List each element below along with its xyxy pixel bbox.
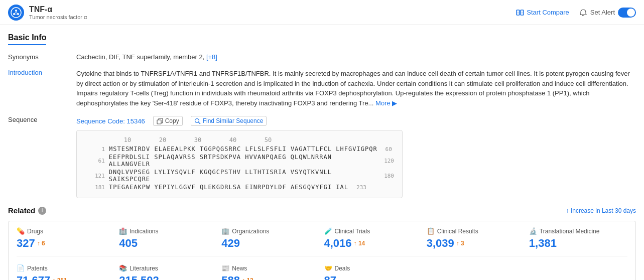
start-compare-button[interactable]: Start Compare (516, 9, 569, 17)
stat-category: 📄 Patents (17, 264, 115, 272)
header: TNF-α Tumor necrosis factor α Start Comp… (0, 0, 644, 25)
related-title: Related (8, 206, 35, 215)
stat-delta: ↑ 351 (52, 277, 67, 280)
sequence-label: Sequence (8, 116, 68, 123)
sequence-line: 61 EEFPRDLSLI SPLAQAVRSS SRTPSDKPVA HVVA… (85, 154, 394, 168)
stat-number: 588 (221, 274, 240, 280)
compare-icon (516, 9, 524, 17)
copy-button[interactable]: Copy (153, 116, 183, 126)
synonyms-more-link[interactable]: [+8] (206, 53, 217, 61)
main-content: Basic Info Synonyms Cachectin, DIF, TNF … (0, 25, 644, 280)
bell-icon (579, 9, 587, 17)
stat-icon: 📄 (17, 264, 25, 272)
stat-icon: 🧪 (324, 227, 332, 235)
stats-grid: 💊 Drugs 327 ↑ 6 🏥 Indications 405 🏢 Orga… (17, 227, 627, 250)
intro-more-link[interactable]: More ▶ (375, 99, 397, 107)
stats-row2: 📄 Patents 71,677 ↑ 351 📚 Literatures 215… (17, 264, 627, 280)
stat-category-label: Deals (335, 265, 350, 272)
find-similar-button[interactable]: Find Similar Sequence (191, 116, 267, 126)
sequence-code[interactable]: Sequence Code: 15346 (76, 117, 145, 125)
set-alert-toggle[interactable] (618, 8, 636, 18)
stat-value: 327 ↑ 6 (17, 237, 115, 250)
stat-category: 🤝 Deals (324, 264, 423, 272)
stat-icon: 💊 (17, 227, 25, 235)
title-block: TNF-α Tumor necrosis factor α (29, 5, 87, 20)
stat-number: 327 (17, 237, 35, 250)
intro-label: Introduction (8, 69, 68, 76)
stat-number: 87 (324, 274, 336, 280)
stat-item[interactable]: 💊 Drugs 327 ↑ 6 (17, 227, 115, 250)
stat-value: 87 (324, 274, 423, 280)
synonyms-row: Synonyms Cachectin, DIF, TNF superfamily… (8, 53, 636, 61)
stat-value: 4,016 ↑ 14 (324, 237, 423, 250)
set-alert-label: Set Alert (590, 9, 615, 16)
stat-icon: 📰 (221, 264, 229, 272)
stats-section: 💊 Drugs 327 ↑ 6 🏥 Indications 405 🏢 Orga… (8, 221, 636, 280)
sequence-line: 121 DNQLVVPSEG LYLIYSQVLF KGQGCPSTHV LLT… (85, 169, 394, 183)
stat-item[interactable]: 🤝 Deals 87 (324, 264, 423, 280)
stat-item[interactable]: 📚 Literatures 215,502 (119, 264, 217, 280)
stat-category-label: Patents (27, 265, 48, 272)
svg-line-13 (198, 122, 200, 124)
svg-line-5 (16, 12, 18, 14)
sequence-line: 1 MSTESMIRDV ELAEEALPKK TGGPQGSRRC LFLSL… (85, 146, 394, 153)
svg-rect-11 (157, 120, 161, 124)
stat-item[interactable]: 🔬 Translational Medicine 1,381 (529, 227, 627, 250)
sequence-line: 181 TPEGAEAKPW YEPIYLGGVF QLEKGDRLSA EIN… (85, 184, 394, 191)
synonyms-label: Synonyms (8, 53, 68, 61)
svg-point-12 (195, 118, 199, 122)
stat-value: 71,677 ↑ 351 (17, 274, 115, 280)
stat-category-label: Drugs (27, 228, 43, 235)
stat-value: 405 (119, 237, 217, 250)
stat-item[interactable]: 🏢 Organizations 429 (221, 227, 320, 250)
stat-delta: ↑ 3 (456, 240, 464, 247)
sequence-header: Sequence Code: 15346 Copy Find Similar (76, 116, 636, 126)
stat-number: 405 (119, 237, 138, 250)
stat-icon: 📚 (119, 264, 127, 272)
molecule-icon (8, 5, 24, 21)
stat-icon: 🤝 (324, 264, 332, 272)
stat-item[interactable]: 📋 Clinical Results 3,039 ↑ 3 (427, 227, 525, 250)
stat-category-label: Organizations (232, 228, 269, 235)
stat-value: 1,381 (529, 237, 627, 250)
sequence-box: 10 20 30 40 50 1 MSTESMIRDV ELAEEALPKK T… (76, 130, 403, 198)
stat-value: 215,502 (119, 274, 217, 280)
stat-category: 📰 News (221, 264, 320, 272)
stat-category: 💊 Drugs (17, 227, 115, 235)
stat-icon: 🏢 (221, 227, 229, 235)
set-alert-container: Set Alert (579, 8, 636, 18)
related-header: Related i ↑ Increase in Last 30 days (8, 206, 636, 215)
introduction-row: Introduction Cytokine that binds to TNFR… (8, 69, 636, 108)
stat-delta: ↑ 12 (242, 277, 253, 280)
info-icon[interactable]: i (38, 207, 46, 215)
sequence-ruler: 10 20 30 40 50 (85, 136, 394, 144)
copy-icon (157, 118, 163, 124)
svg-line-4 (15, 12, 16, 14)
stat-delta: ↑ 6 (37, 240, 45, 247)
header-right: Start Compare Set Alert (516, 8, 636, 18)
find-similar-icon (194, 118, 201, 124)
stat-category: 🔬 Translational Medicine (529, 227, 627, 235)
stat-value: 429 (221, 237, 320, 250)
stat-category-label: Clinical Trials (335, 228, 370, 235)
stat-icon: 📋 (427, 227, 435, 235)
stat-category: 📋 Clinical Results (427, 227, 525, 235)
stat-item[interactable]: 🧪 Clinical Trials 4,016 ↑ 14 (324, 227, 423, 250)
stat-item[interactable]: 📄 Patents 71,677 ↑ 351 (17, 264, 115, 280)
stat-item[interactable]: 📰 News 588 ↑ 12 (221, 264, 320, 280)
stat-number: 1,381 (529, 237, 557, 250)
stat-icon: 🏥 (119, 227, 127, 235)
related-title-row: Related i (8, 206, 46, 215)
intro-value: Cytokine that binds to TNFRSF1A/TNFR1 an… (76, 69, 636, 108)
svg-point-0 (11, 8, 21, 18)
sequence-value: Sequence Code: 15346 Copy Find Similar (76, 116, 636, 198)
page-subtitle: Tumor necrosis factor α (29, 14, 87, 20)
stat-value: 3,039 ↑ 3 (427, 237, 525, 250)
stat-number: 4,016 (324, 237, 352, 250)
basic-info-title: Basic Info (8, 33, 46, 45)
stat-category: 🏢 Organizations (221, 227, 320, 235)
stat-number: 429 (221, 237, 240, 250)
stat-category-label: Clinical Results (437, 228, 478, 235)
stat-item[interactable]: 🏥 Indications 405 (119, 227, 217, 250)
sequence-rows: 1 MSTESMIRDV ELAEEALPKK TGGPQGSRRC LFLSL… (85, 146, 394, 191)
